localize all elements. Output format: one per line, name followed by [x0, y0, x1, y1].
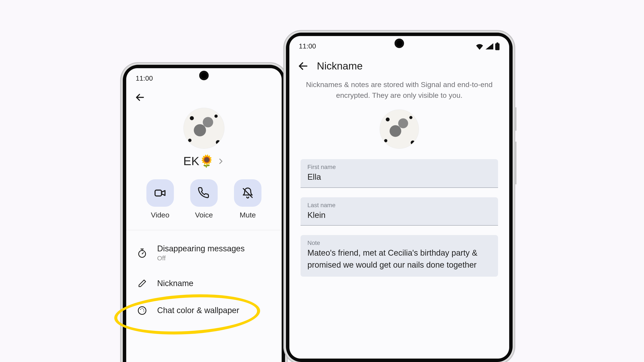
stopwatch-icon — [137, 248, 147, 258]
palette-icon — [137, 305, 147, 316]
svg-rect-13 — [496, 42, 498, 43]
phone-camera — [394, 39, 404, 48]
video-icon — [154, 187, 166, 199]
stage: 11:00 EK🌻 Vide — [0, 0, 644, 362]
svg-point-7 — [138, 307, 146, 314]
svg-point-8 — [140, 309, 141, 310]
last-name-field[interactable]: Last name Klein — [300, 197, 498, 226]
field-value: Klein — [308, 209, 491, 221]
action-voice-label: Voice — [195, 211, 213, 220]
divider — [126, 230, 282, 230]
note-field[interactable]: Note Mateo's friend, met at Cecilia's bi… — [300, 235, 498, 277]
setting-title: Chat color & wallpaper — [157, 306, 239, 315]
action-video-label: Video — [151, 211, 169, 220]
action-video[interactable]: Video — [146, 179, 174, 220]
page-title: Nickname — [317, 60, 362, 72]
back-button[interactable] — [134, 91, 146, 103]
svg-point-10 — [143, 309, 144, 310]
setting-disappearing-messages[interactable]: Disappearing messages Off — [134, 238, 274, 268]
action-mute[interactable]: Mute — [234, 179, 262, 220]
svg-line-4 — [142, 252, 144, 254]
field-value: Mateo's friend, met at Cecilia's birthda… — [308, 247, 491, 271]
setting-title: Nickname — [157, 279, 194, 288]
setting-nickname[interactable]: Nickname — [134, 273, 274, 294]
signal-icon — [486, 43, 493, 50]
setting-subtitle: Off — [157, 254, 245, 262]
action-voice[interactable]: Voice — [190, 179, 218, 220]
bell-off-icon — [242, 187, 254, 199]
field-label: Note — [308, 240, 491, 246]
contact-name: EK🌻 — [183, 154, 214, 168]
svg-rect-12 — [495, 43, 500, 50]
battery-icon — [495, 42, 500, 50]
phone-camera — [199, 71, 209, 80]
chevron-right-icon — [217, 156, 224, 166]
wifi-icon — [475, 43, 484, 50]
setting-title: Disappearing messages — [157, 244, 245, 254]
back-button[interactable] — [297, 60, 309, 72]
contact-name-row[interactable]: EK🌻 — [183, 154, 225, 168]
contact-avatar — [380, 110, 419, 149]
field-value: Ella — [308, 171, 491, 183]
svg-rect-1 — [155, 190, 162, 196]
svg-point-11 — [144, 311, 144, 311]
status-time: 11:00 — [136, 75, 153, 82]
arrow-left-icon — [135, 92, 145, 102]
pencil-icon — [138, 279, 147, 288]
phone-icon — [198, 187, 210, 199]
phone-nickname-editor: 11:00 Nickname Nicknames & notes are sto… — [283, 30, 515, 362]
phone-contact-detail: 11:00 EK🌻 Vide — [120, 62, 288, 362]
info-text: Nicknames & notes are stored with Signal… — [289, 74, 509, 105]
status-time: 11:00 — [299, 42, 316, 50]
action-mute-label: Mute — [240, 211, 256, 220]
field-label: Last name — [308, 202, 491, 208]
contact-avatar[interactable] — [183, 108, 224, 149]
svg-point-9 — [142, 308, 142, 309]
setting-chat-color[interactable]: Chat color & wallpaper — [134, 299, 274, 322]
first-name-field[interactable]: First name Ella — [300, 159, 498, 188]
arrow-left-icon — [298, 60, 309, 72]
field-label: First name — [308, 164, 491, 170]
